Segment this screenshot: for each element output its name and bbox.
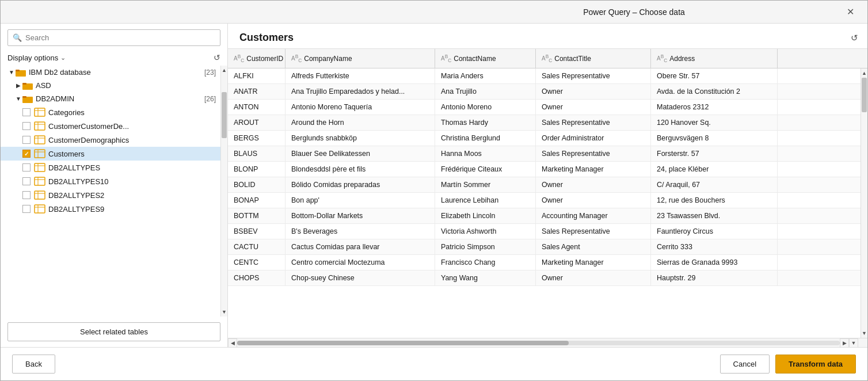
cell-contacttitle: Owner xyxy=(536,177,651,192)
table-row[interactable]: BONAPBon app'Laurence LebihanOwner12, ru… xyxy=(228,193,861,208)
select-related-tables-button[interactable]: Select related tables xyxy=(7,322,220,341)
db2alltypes-label: DB2ALLTYPES xyxy=(48,163,216,172)
categories-label: Categories xyxy=(48,108,216,117)
cell-address: 23 Tsawassen Blvd. xyxy=(651,208,778,223)
col-type-icon-address: ABC xyxy=(657,54,667,63)
cell-contactname: Hanna Moos xyxy=(435,146,536,161)
left-scroll-thumb[interactable] xyxy=(222,92,227,138)
right-panel-vscrollbar: ▲ ▼ xyxy=(861,68,867,338)
checkbox-categories[interactable] xyxy=(22,108,31,116)
checkbox-customers[interactable] xyxy=(22,150,31,158)
table-node-db2alltypes2[interactable]: DB2ALLTYPES2 xyxy=(1,188,220,202)
db2alltypes9-label: DB2ALLTYPES9 xyxy=(48,205,216,214)
refresh-icon-left[interactable]: ↺ xyxy=(214,53,220,62)
cell-companyname: Bólido Comidas preparadas xyxy=(285,177,435,192)
cell-contacttitle: Owner xyxy=(536,100,651,115)
checkbox-customercustomerde[interactable] xyxy=(22,122,31,130)
cell-contactname: Victoria Ashworth xyxy=(435,224,536,239)
cell-companyname: Chop-suey Chinese xyxy=(285,270,435,285)
left-scroll-up-arrow[interactable]: ▲ xyxy=(221,66,227,75)
table-icon-customercustomerde xyxy=(34,121,45,131)
cell-contactname: Laurence Lebihan xyxy=(435,193,536,208)
display-options-label[interactable]: Display options xyxy=(7,54,58,62)
cell-customerid: CACTU xyxy=(228,239,285,254)
col-header-customerid: ABC CustomerID xyxy=(228,49,285,68)
table-row[interactable]: ANTONAntonio Moreno TaqueríaAntonio More… xyxy=(228,100,861,115)
title-bar: Power Query – Choose data ✕ xyxy=(1,1,867,24)
hscroll-thumb[interactable] xyxy=(237,341,569,345)
bottom-right-buttons: Cancel Transform data xyxy=(720,355,856,374)
table-row[interactable]: ANATRAna Trujillo Emparedados y helad...… xyxy=(228,84,861,100)
table-row[interactable]: BERGSBerglunds snabbköpChristina Berglun… xyxy=(228,131,861,146)
cell-contactname: Elizabeth Lincoln xyxy=(435,208,536,223)
table-row[interactable]: BOTTMBottom-Dollar MarketsElizabeth Linc… xyxy=(228,208,861,224)
table-row[interactable]: CACTUCactus Comidas para llevarPatricio … xyxy=(228,239,861,255)
search-icon: 🔍 xyxy=(13,33,22,42)
checkbox-db2alltypes2[interactable] xyxy=(22,191,31,199)
hscroll-left-arrow[interactable]: ◀ xyxy=(228,338,237,348)
col-header-address-label: Address xyxy=(669,55,695,63)
table-icon-db2alltypes10 xyxy=(34,177,45,186)
cell-customerid: ANTON xyxy=(228,100,285,115)
table-node-db2alltypes9[interactable]: DB2ALLTYPES9 xyxy=(1,202,220,216)
grid-body: ALFKIAlfreds FutterkisteMaria AndersSale… xyxy=(228,68,861,338)
table-node-customercustomerde[interactable]: CustomerCustomerDe... xyxy=(1,119,220,133)
table-row[interactable]: ALFKIAlfreds FutterkisteMaria AndersSale… xyxy=(228,68,861,84)
table-row[interactable]: BLAUSBlauer See DelikatessenHanna MoosSa… xyxy=(228,146,861,162)
checkbox-db2alltypes9[interactable] xyxy=(22,205,31,213)
folder-icon-asd xyxy=(22,82,33,90)
tree-node-asd[interactable]: ▶ ASD xyxy=(1,79,220,92)
table-icon-customerdemographics xyxy=(34,135,45,144)
table-node-db2alltypes10[interactable]: DB2ALLTYPES10 xyxy=(1,174,220,188)
cell-customerid: BLAUS xyxy=(228,146,285,161)
cell-companyname: Ana Trujillo Emparedados y helad... xyxy=(285,84,435,99)
table-row[interactable]: AROUTAround the HornThomas HardySales Re… xyxy=(228,115,861,131)
table-row[interactable]: BSBEVB's BeveragesVictoria AshworthSales… xyxy=(228,224,861,239)
right-panel-header: Customers ↺ xyxy=(228,24,867,48)
vscroll-bottom-arrow[interactable]: ▼ xyxy=(849,338,858,348)
table-node-db2alltypes[interactable]: DB2ALLTYPES xyxy=(1,161,220,174)
table-node-categories[interactable]: Categories xyxy=(1,105,220,119)
col-header-contacttitle: ABC ContactTitle xyxy=(536,49,651,68)
vscroll-up-arrow[interactable]: ▲ xyxy=(861,68,867,78)
table-row[interactable]: BOLIDBólido Comidas preparadasMartín Som… xyxy=(228,177,861,193)
col-header-contacttitle-label: ContactTitle xyxy=(554,55,591,63)
cell-companyname: Cactus Comidas para llevar xyxy=(285,239,435,254)
vscroll-thumb[interactable] xyxy=(862,78,867,112)
checkbox-customerdemographics[interactable] xyxy=(22,136,31,144)
hscroll-right-arrow[interactable]: ▶ xyxy=(840,338,849,348)
checkbox-db2alltypes10[interactable] xyxy=(22,177,31,185)
svg-rect-15 xyxy=(35,150,45,158)
cell-address: 12, rue des Bouchers xyxy=(651,193,778,208)
cell-contacttitle: Owner xyxy=(536,270,651,285)
cell-address: 24, place Kléber xyxy=(651,162,778,177)
refresh-icon-right[interactable]: ↺ xyxy=(851,33,858,43)
table-icon-db2alltypes2 xyxy=(34,190,45,200)
checkbox-db2alltypes[interactable] xyxy=(22,163,31,172)
search-input[interactable] xyxy=(25,33,215,42)
col-header-contactname-label: ContactName xyxy=(454,55,496,63)
back-button[interactable]: Back xyxy=(12,355,55,374)
cell-address: Sierras de Granada 9993 xyxy=(651,255,778,270)
vscroll-area xyxy=(861,78,867,329)
table-node-customerdemographics[interactable]: CustomerDemographics xyxy=(1,133,220,147)
svg-rect-18 xyxy=(35,163,45,172)
svg-rect-3 xyxy=(22,83,26,85)
tree-node-ibm-db2[interactable]: ▼ IBM Db2 database [23] xyxy=(1,66,220,79)
tree-node-db2admin[interactable]: ▼ DB2ADMIN [26] xyxy=(1,92,220,105)
folder-icon-db2admin xyxy=(22,95,33,103)
cell-contactname: Ana Trujillo xyxy=(435,84,536,99)
data-grid: ABC CustomerID ABC CompanyName ABC Conta… xyxy=(228,48,867,347)
close-button[interactable]: ✕ xyxy=(842,4,858,20)
table-row[interactable]: BLONPBlondesddsl père et filsFrédérique … xyxy=(228,162,861,177)
cell-customerid: AROUT xyxy=(228,115,285,130)
table-row[interactable]: CENTCCentro comercial MoctezumaFrancisco… xyxy=(228,255,861,270)
transform-data-button[interactable]: Transform data xyxy=(775,355,856,374)
left-scroll-down-arrow[interactable]: ▼ xyxy=(221,307,227,317)
table-node-customers[interactable]: Customers xyxy=(1,147,220,161)
table-row[interactable]: CHOPSChop-suey ChineseYang WangOwnerHaup… xyxy=(228,270,861,286)
cancel-button[interactable]: Cancel xyxy=(720,355,770,374)
cell-address: Berguvsvägen 8 xyxy=(651,131,778,146)
vscroll-down-arrow[interactable]: ▼ xyxy=(861,329,867,338)
cell-customerid: BERGS xyxy=(228,131,285,146)
